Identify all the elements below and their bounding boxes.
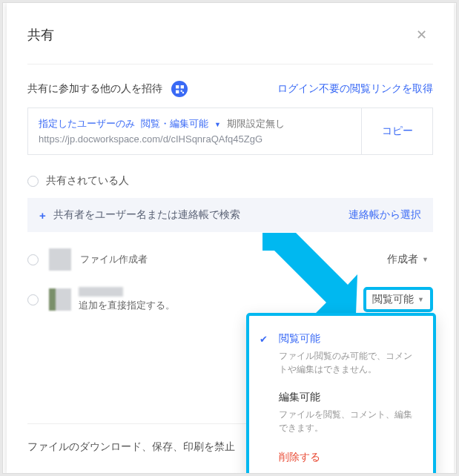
role-dropdown-owner[interactable]: 作成者 ▼ [383,250,433,269]
perm-title: 編集可能 [279,391,420,404]
user-role-label: ファイル作成者 [80,253,148,266]
user-role-label: 追加を直接指定する。 [79,299,175,312]
user-name-blurred [79,287,123,297]
role-dropdown-member[interactable]: 閲覧可能 ▼ [363,287,433,312]
check-icon: ✔ [260,334,268,345]
close-icon: ✕ [416,27,427,42]
link-permission: 閲覧・編集可能 [141,118,208,130]
caret-down-icon: ▼ [417,296,424,303]
qr-icon[interactable] [171,81,188,97]
svg-rect-2 [176,90,179,93]
user-row-owner: ファイル作成者 作成者 ▼ [27,248,433,271]
search-placeholder: 共有者をユーザー名または連絡帳で検索 [53,208,240,222]
perm-desc: ファイルを閲覧、コメント、編集できます。 [279,408,420,434]
perm-desc: ファイル閲覧のみ可能で、コメントや編集はできません。 [279,349,420,376]
close-button[interactable]: ✕ [410,24,433,46]
invite-label-group: 共有に参加する他の人を招待 [27,81,188,97]
plus-icon: + [39,209,46,222]
contacts-link[interactable]: 連絡帳から選択 [349,208,421,222]
add-user-search[interactable]: + 共有者をユーザー名または連絡帳で検索 [39,208,240,222]
user-radio[interactable] [27,254,39,265]
modal-title: 共有 [27,26,54,44]
link-url: https://jp.docworkspace.com/d/cIHSqnraQA… [39,133,351,145]
svg-rect-4 [182,91,184,93]
perm-option-edit[interactable]: 編集可能 ファイルを閲覧、コメント、編集できます。 [249,385,433,443]
share-link-box: 指定したユーザーのみ 閲覧・編集可能 ▼ 期限設定無し https://jp.d… [27,108,433,155]
user-row-member: 追加を直接指定する。 閲覧可能 ▼ [27,287,433,312]
caret-down-icon: ▼ [214,121,221,128]
shared-users-toggle[interactable]: 共有されている人 [27,174,433,188]
search-row: + 共有者をユーザー名または連絡帳で検索 連絡帳から選択 [27,198,433,232]
share-link-settings[interactable]: 指定したユーザーのみ 閲覧・編集可能 ▼ 期限設定無し https://jp.d… [28,108,361,154]
user-radio[interactable] [27,294,39,305]
invite-label: 共有に参加する他の人を招待 [27,83,162,94]
svg-rect-3 [181,90,182,91]
perm-title: 閲覧可能 [279,332,420,346]
radio-shared-users [27,176,39,187]
avatar [49,288,71,311]
perm-option-view[interactable]: ✔ 閲覧可能 ファイル閲覧のみ可能で、コメントや編集はできません。 [249,326,433,385]
svg-rect-0 [176,85,179,88]
shared-users-label: 共有されている人 [46,174,129,188]
svg-rect-1 [181,85,184,88]
avatar [49,248,71,271]
caret-down-icon: ▼ [422,256,429,263]
modal-header: 共有 ✕ [27,24,433,65]
restrict-download-label: ファイルのダウンロード、保存、印刷を禁止 [27,440,235,454]
permission-popup: ✔ 閲覧可能 ファイル閲覧のみ可能で、コメントや編集はできません。 編集可能 フ… [246,313,436,474]
copy-button[interactable]: コピー [361,108,432,154]
perm-option-delete[interactable]: 削除する [249,443,433,469]
link-expiry: 期限設定無し [227,118,285,130]
link-scope: 指定したユーザーのみ [39,118,135,130]
get-noauth-link[interactable]: ログイン不要の閲覧リンクを取得 [277,82,433,96]
